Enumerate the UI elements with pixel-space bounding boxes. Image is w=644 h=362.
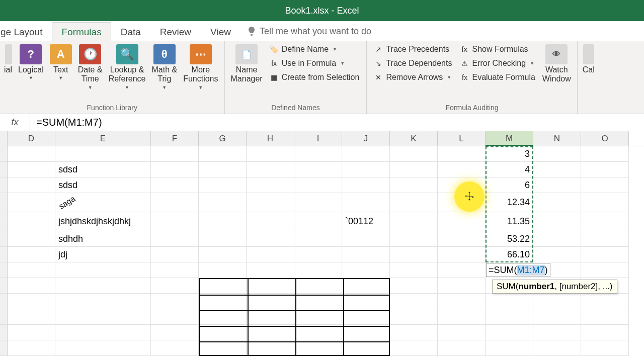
col-header-H[interactable]: H — [247, 131, 294, 146]
cell-M5[interactable]: 11.35 — [486, 212, 533, 231]
ribbon: ial ? Logical ▼ A Text ▼ 🕐 Date & Time ▼… — [0, 41, 644, 114]
chevron-down-icon: ▼ — [333, 47, 337, 52]
chevron-down-icon: ▼ — [530, 61, 534, 66]
col-header-G[interactable]: G — [199, 131, 247, 146]
table-row: jshjdhskdjhskjdhkj`0011211.35 — [0, 212, 644, 231]
chevron-down-icon: ▼ — [340, 61, 345, 66]
financial-icon — [5, 44, 12, 64]
cell-M3[interactable]: 6 — [486, 177, 533, 193]
chevron-down-icon: ▼ — [198, 85, 203, 90]
cell-J5[interactable]: `00112 — [342, 212, 390, 231]
cell-E6[interactable]: sdhdh — [55, 231, 151, 247]
error-checking-icon: ⚠ — [460, 59, 469, 68]
clock-icon: 🕐 — [79, 44, 101, 64]
table-row — [0, 325, 644, 340]
show-formulas-button[interactable]: fx̄ Show Formulas — [457, 43, 538, 55]
chevron-down-icon: ▼ — [125, 85, 129, 90]
table-row: sdhdh53.22 — [0, 231, 644, 247]
tab-formulas[interactable]: Formulas — [52, 22, 111, 41]
tab-page-layout[interactable]: ge Layout — [0, 22, 52, 41]
active-formula-cell[interactable]: =SUM(M1:M7) — [486, 263, 550, 277]
column-headers: D E F G H I J K L M N O — [0, 131, 644, 146]
app-title: Book1.xlsx - Excel — [285, 6, 359, 16]
tag-icon: 🏷️ — [270, 45, 279, 54]
ribbon-group-defined-names: 📄 Name Manager 🏷️ Define Name ▼ fx Use i… — [225, 41, 367, 114]
col-header-N[interactable]: N — [533, 131, 581, 146]
cell-E2[interactable]: sdsd — [55, 162, 151, 177]
math-trig-button[interactable]: θ Math & Trig ▼ — [149, 43, 179, 91]
col-header-E[interactable]: E — [55, 131, 151, 146]
ribbon-group-function-library: ial ? Logical ▼ A Text ▼ 🕐 Date & Time ▼… — [0, 41, 225, 114]
table-row: jdj66.10 — [0, 247, 644, 262]
col-header-I[interactable]: I — [294, 131, 342, 146]
tab-review[interactable]: Review — [150, 22, 201, 41]
cell-E3[interactable]: sdsd — [55, 177, 151, 193]
table-row: saga12.34 — [0, 193, 644, 212]
col-header-J[interactable]: J — [342, 131, 390, 146]
error-checking-button[interactable]: ⚠ Error Checking ▼ — [457, 57, 538, 69]
table-row — [0, 294, 644, 309]
evaluate-formula-button[interactable]: fx Evaluate Formula — [457, 71, 538, 83]
use-in-formula-button[interactable]: fx Use in Formula ▼ — [267, 57, 363, 69]
trace-precedents-icon: ↗ — [374, 45, 383, 54]
tab-data[interactable]: Data — [111, 22, 150, 41]
cursor-highlight — [454, 182, 485, 212]
tab-view[interactable]: View — [201, 22, 240, 41]
spreadsheet-grid[interactable]: D E F G H I J K L M N O 3 sdsd4 sdsd6 sa… — [0, 131, 644, 356]
col-header-L[interactable]: L — [438, 131, 486, 146]
group-label: Defined Names — [229, 103, 363, 113]
cell-M2[interactable]: 4 — [486, 162, 533, 177]
col-header-D[interactable]: D — [8, 131, 55, 146]
table-row — [0, 309, 644, 325]
show-formulas-icon: fx̄ — [460, 45, 469, 54]
cell-M7[interactable]: 66.10 — [486, 247, 533, 262]
trace-dependents-icon: ↘ — [374, 59, 383, 68]
remove-arrows-icon: ✕ — [374, 73, 383, 82]
remove-arrows-button[interactable]: ✕ Remove Arrows ▼ — [371, 71, 455, 83]
watch-window-icon: 👁 — [545, 44, 568, 64]
group-label: Function Library — [4, 103, 220, 113]
col-header-F[interactable]: F — [151, 131, 199, 146]
select-all-corner[interactable] — [0, 131, 8, 146]
cell-E4[interactable]: saga — [55, 193, 151, 212]
tell-me-search[interactable]: Tell me what you want to do — [240, 22, 378, 41]
name-manager-button[interactable]: 📄 Name Manager — [229, 43, 265, 85]
col-header-K[interactable]: K — [390, 131, 438, 146]
tell-me-placeholder: Tell me what you want to do — [260, 26, 371, 37]
lookup-icon: 🔍 — [116, 44, 138, 64]
chevron-down-icon: ▼ — [162, 85, 167, 90]
cell-M4[interactable]: 12.34 — [486, 193, 533, 212]
trace-precedents-button[interactable]: ↗ Trace Precedents — [371, 43, 455, 55]
trace-dependents-button[interactable]: ↘ Trace Dependents — [371, 57, 455, 69]
table-row: sdsd6 — [0, 177, 644, 193]
title-bar: Book1.xlsx - Excel — [0, 0, 644, 21]
lightbulb-icon — [248, 27, 256, 37]
col-header-O[interactable]: O — [581, 131, 629, 146]
more-icon: ⋯ — [190, 44, 212, 64]
cell-M6[interactable]: 53.22 — [486, 231, 533, 247]
cell-E5[interactable]: jshjdhskdjhskjdhkj — [55, 212, 151, 231]
date-time-button[interactable]: 🕐 Date & Time ▼ — [76, 43, 105, 91]
text-button[interactable]: A Text ▼ — [48, 43, 74, 81]
fx-icon: fx — [270, 59, 279, 68]
table-row: 3 — [0, 146, 644, 162]
calculation-options-button[interactable]: Cal — [582, 43, 596, 75]
create-from-selection-button[interactable]: ▦ Create from Selection — [267, 71, 363, 83]
formula-bar: fx =SUM(M1:M7) — [0, 114, 644, 131]
more-functions-button[interactable]: ⋯ More Functions ▼ — [181, 43, 220, 91]
financial-button[interactable]: ial — [4, 43, 14, 75]
logical-button[interactable]: ? Logical ▼ — [16, 43, 46, 81]
formula-input[interactable]: =SUM(M1:M7) — [30, 117, 644, 128]
calc-icon — [583, 44, 594, 64]
cell-M1[interactable]: 3 — [486, 146, 533, 162]
cell-E7[interactable]: jdj — [55, 247, 151, 262]
watch-window-button[interactable]: 👁 Watch Window — [540, 43, 573, 85]
col-header-M[interactable]: M — [486, 131, 533, 146]
text-icon: A — [50, 44, 72, 64]
evaluate-icon: fx — [460, 73, 469, 82]
lookup-reference-button[interactable]: 🔍 Lookup & Reference ▼ — [107, 43, 148, 91]
define-name-button[interactable]: 🏷️ Define Name ▼ — [267, 43, 363, 55]
theta-icon: θ — [153, 44, 176, 64]
insert-function-button[interactable]: fx — [0, 114, 30, 131]
table-row — [0, 340, 644, 356]
